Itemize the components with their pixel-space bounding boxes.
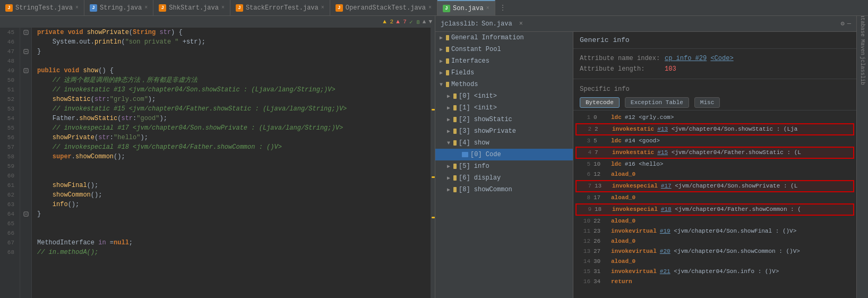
tab-overflow-menu[interactable]: ⋮: [495, 4, 510, 12]
bc-line-7-highlighted: 7 13 invokespecial #17 <jvm/chapter04/So…: [575, 180, 854, 192]
line-num-68: 68: [3, 248, 17, 257]
line-num-60: 60: [3, 171, 17, 181]
database-panel-button[interactable]: Database: [857, 19, 868, 29]
bc-line-5: 5 10 ldc #16 <hello>: [573, 159, 856, 169]
expand-button[interactable]: ▼: [428, 19, 432, 25]
tab-close-operandstacktest[interactable]: ×: [428, 5, 432, 11]
line-num-45: 45: [3, 28, 17, 37]
jclasslib-header: jclasslib: Son.java × ⚙ ─: [435, 16, 856, 32]
line-num-46: 46: [3, 37, 17, 47]
jclasslib-filename: Son.java: [482, 20, 512, 28]
bc-line-12: 12 26 aload_0: [573, 236, 856, 246]
tab-string[interactable]: J String.java ×: [84, 0, 153, 15]
tab-operandstacktest[interactable]: J OperandStackTest.java ×: [330, 0, 437, 15]
settings-icon[interactable]: ⚙: [841, 20, 845, 28]
gutter-54: [20, 114, 31, 123]
jclasslib-wrapper: jclasslib: Son.java × ⚙ ─ ▶ General Inf: [435, 16, 856, 298]
attr-name-value[interactable]: cp_info #29: [665, 55, 707, 62]
fold-icon-45[interactable]: [23, 30, 29, 35]
code-line-49: public void show() {: [37, 66, 425, 75]
tab-son[interactable]: J Son.java ×: [437, 0, 495, 15]
bc-line-15: 15 31 invokevirtual #21 <jvm/chapter04/S…: [573, 267, 856, 277]
gutter-51: [20, 85, 31, 95]
code-area[interactable]: 45 46 47 48 49 50 51 52 53 54 55 56 57 5…: [0, 28, 435, 298]
code-line-48: [37, 56, 425, 66]
tree-arrow-showprivate: ▶: [447, 128, 453, 134]
fold-icon-49[interactable]: [23, 68, 29, 73]
tab-close-son[interactable]: ×: [486, 5, 489, 11]
attr-table: Attribute name index: cp_info #29 <Code>…: [573, 49, 856, 79]
gutter-60: [20, 171, 31, 181]
tab-bytecode[interactable]: Bytecode: [580, 97, 620, 108]
tab-stackerrortest[interactable]: J StackErrorTest.java ×: [230, 0, 330, 15]
folder-icon-show: [453, 140, 457, 146]
code-text[interactable]: private void showPrivate(String str) { S…: [32, 28, 431, 298]
code-line-60: [37, 171, 425, 181]
line-num-61: 61: [3, 181, 17, 190]
code-line-52: showStatic( str: "grly.com");: [37, 95, 425, 104]
bc-line-10: 10 22 aload_0: [573, 216, 856, 226]
tree-item-constant-pool[interactable]: ▶ Constant Pool: [435, 44, 573, 55]
tree-item-init0[interactable]: ▶ [0] <init>: [435, 90, 573, 102]
tree-arrow-showstatic: ▶: [447, 116, 453, 123]
code-editor: ▲ 2 ▲ 7 ✓ 8 ▲ ▼ 45 46 47 48 49 50 51 52 …: [0, 16, 435, 298]
tree-label-code: [0] Code: [470, 151, 501, 158]
tree-item-info[interactable]: ▶ [5] info: [435, 160, 573, 172]
line-num-58: 58: [3, 152, 17, 161]
gutter-64: [20, 209, 31, 219]
line-num-65: 65: [3, 219, 17, 228]
tab-close-string[interactable]: ×: [144, 5, 148, 11]
tree-item-init1[interactable]: ▶ [1] <init>: [435, 102, 573, 114]
tab-label-stringtest: StringTest.java: [15, 4, 73, 12]
tab-close-stackerrortest[interactable]: ×: [321, 5, 324, 11]
line-num-59: 59: [3, 161, 17, 171]
gutter-65: [20, 219, 31, 228]
maven-panel-button[interactable]: Maven: [857, 42, 868, 53]
tree-arrow-methods: ▼: [440, 82, 446, 88]
tree-item-methods[interactable]: ▼ Methods: [435, 79, 573, 90]
tab-close-stringtest[interactable]: ×: [75, 5, 79, 11]
specific-info: Specific info Bytecode Exception Table M…: [573, 79, 856, 298]
tree-item-showstatic[interactable]: ▶ [2] showStatic: [435, 114, 573, 125]
gutter-55: [20, 123, 31, 133]
attr-name-link[interactable]: <Code>: [710, 55, 733, 62]
gutter-56: [20, 133, 31, 142]
tab-stringtest[interactable]: J StringTest.java ×: [0, 0, 84, 15]
ok-badge: ✓ 8: [409, 19, 420, 25]
fold-icon-47[interactable]: [23, 49, 29, 54]
tab-close-shkstart[interactable]: ×: [221, 5, 225, 11]
code-line-63: info();: [37, 200, 425, 209]
minimize-icon[interactable]: ─: [847, 20, 851, 28]
tree-item-interfaces[interactable]: ▶ Interfaces: [435, 55, 573, 67]
folder-icon-showprivate: [453, 129, 457, 134]
tree-item-showprivate[interactable]: ▶ [3] showPrivate: [435, 125, 573, 137]
tree-label-display: [6] display: [459, 174, 501, 182]
tab-icon-son: J: [443, 5, 450, 12]
jclasslib-panel-button[interactable]: jclasslib: [857, 65, 868, 76]
code-line-61: showFinal();: [37, 181, 425, 190]
gutter-53: [20, 104, 31, 114]
folder-icon-init1: [453, 105, 457, 110]
detail-tabs: Bytecode Exception Table Misc: [573, 95, 856, 110]
tab-label-shkstart: ShkStart.java: [169, 4, 219, 12]
tree-item-code[interactable]: ▶ [0] Code: [435, 149, 573, 160]
folder-icon-init0: [453, 93, 457, 99]
fold-icon-64[interactable]: [23, 211, 29, 217]
jclasslib-close[interactable]: ×: [519, 20, 523, 28]
collapse-button[interactable]: ▲: [423, 19, 426, 25]
line-num-67: 67: [3, 238, 17, 248]
attr-length-value: 103: [665, 65, 676, 73]
tree-label-constant-pool: Constant Pool: [451, 46, 501, 53]
tree-item-general-info[interactable]: ▶ General Information: [435, 32, 573, 44]
vertical-scrollbar[interactable]: [431, 28, 435, 298]
code-line-53: // invokestatic #15 <jvm/chapter04/Fathe…: [37, 104, 425, 114]
tree-item-fields[interactable]: ▶ Fields: [435, 67, 573, 79]
tab-misc[interactable]: Misc: [694, 97, 720, 108]
bc-line-11: 11 23 invokevirtual #19 <jvm/chapter04/S…: [573, 226, 856, 236]
line-num-62: 62: [3, 190, 17, 200]
tab-exception-table[interactable]: Exception Table: [625, 97, 689, 108]
tree-item-showcommon[interactable]: ▶ [8] showCommon: [435, 184, 573, 195]
tab-shkstart[interactable]: J ShkStart.java ×: [153, 0, 230, 15]
tree-item-display[interactable]: ▶ [6] display: [435, 172, 573, 184]
tree-item-show[interactable]: ▼ [4] show: [435, 137, 573, 149]
